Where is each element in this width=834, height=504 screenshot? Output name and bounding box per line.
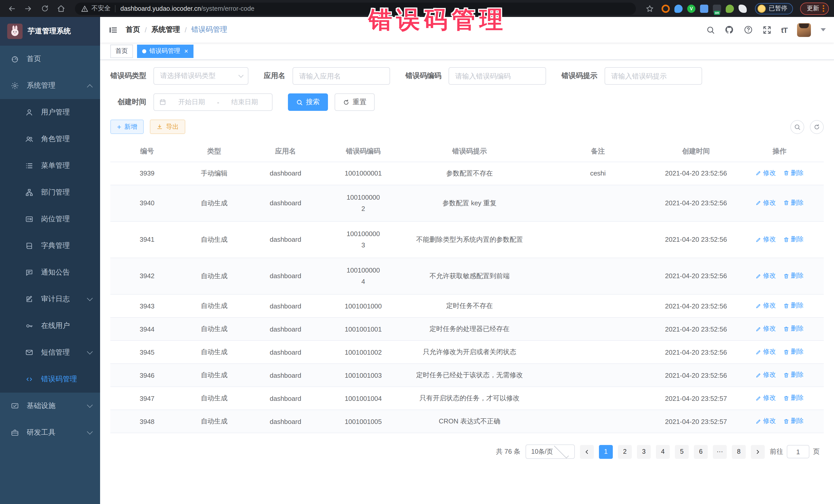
page-size-select[interactable]: 10条/页 [526, 444, 575, 459]
table-row[interactable]: 3947自动生成dashboard1001001004只有开启状态的任务，才可以… [110, 387, 824, 410]
table-row[interactable]: 3941自动生成dashboard1001000003不能删除类型为系统内置的参… [110, 221, 824, 258]
sidebar-item-menu[interactable]: 菜单管理 [0, 152, 100, 179]
delete-link[interactable]: 删除 [783, 394, 804, 403]
page-button-1[interactable]: 1 [599, 445, 613, 459]
fullscreen-icon[interactable] [763, 25, 771, 34]
browser-back-icon[interactable] [5, 2, 19, 15]
avatar[interactable] [797, 23, 811, 37]
reset-button[interactable]: 重置 [335, 93, 375, 111]
edit-link[interactable]: 修改 [755, 348, 776, 356]
sidebar-item-online[interactable]: 在线用户 [0, 312, 100, 339]
pagination-ellipsis[interactable]: ··· [713, 445, 727, 459]
create-time-range-picker[interactable]: 开始日期 - 结束日期 [153, 93, 272, 111]
error-code-input[interactable] [448, 67, 546, 85]
sidebar-item-dict[interactable]: 字典管理 [0, 233, 100, 259]
sidebar-item-system[interactable]: 系统管理 [0, 72, 100, 99]
sidebar-item-post[interactable]: 岗位管理 [0, 206, 100, 233]
sidebar-item-errorcode[interactable]: 错误码管理 [0, 366, 100, 393]
table-row[interactable]: 3943自动生成dashboard1001001000定时任务不存在2021-0… [110, 294, 824, 317]
avatar-caret-down-icon[interactable] [821, 28, 826, 31]
page-button-5[interactable]: 5 [675, 445, 689, 459]
url-path[interactable]: /system/error-code [201, 5, 254, 12]
page-button-3[interactable]: 3 [637, 445, 651, 459]
delete-link[interactable]: 删除 [783, 348, 804, 356]
bookmark-star-icon[interactable] [643, 2, 656, 15]
puzzle-extension-icon[interactable] [739, 4, 747, 13]
sidebar-item-user[interactable]: 用户管理 [0, 99, 100, 126]
url-host[interactable]: dashboard.yudao.iocoder.cn [120, 5, 201, 12]
sidebar-item-dept[interactable]: 部门管理 [0, 179, 100, 206]
add-button[interactable]: + 新增 [110, 119, 144, 134]
delete-link[interactable]: 删除 [783, 235, 804, 244]
sidebar-item-home[interactable]: 首页 [0, 46, 100, 72]
edit-link[interactable]: 修改 [755, 235, 776, 244]
not-secure-label[interactable]: 不安全 [91, 4, 111, 13]
next-page-button[interactable] [751, 445, 765, 459]
browser-forward-icon[interactable] [22, 2, 35, 15]
green-key-extension-icon[interactable] [726, 4, 734, 13]
error-hint-input[interactable] [605, 67, 702, 85]
hamburger-icon[interactable] [100, 17, 126, 43]
tag-item[interactable]: 首页 [110, 44, 133, 58]
delete-link[interactable]: 删除 [783, 325, 804, 333]
page-button-4[interactable]: 4 [656, 445, 670, 459]
table-row[interactable]: 3946自动生成dashboard1001001003定时任务已经处于该状态，无… [110, 364, 824, 387]
delete-link[interactable]: 删除 [783, 371, 804, 379]
blue-gem-extension-icon[interactable] [674, 4, 683, 13]
app-logo-row[interactable]: 芋道管理系统 [0, 17, 100, 46]
edit-link[interactable]: 修改 [755, 394, 776, 403]
breadcrumb-item[interactable]: 系统管理 [151, 25, 180, 35]
refresh-table-button[interactable] [810, 120, 824, 134]
sidebar-item-audit[interactable]: 审计日志 [0, 286, 100, 312]
delete-link[interactable]: 删除 [783, 199, 804, 207]
page-button-6[interactable]: 6 [694, 445, 708, 459]
search-button[interactable]: 搜索 [288, 93, 328, 111]
browser-update-button[interactable]: 更新 [800, 2, 829, 15]
sidebar-item-sms[interactable]: 短信管理 [0, 339, 100, 366]
table-row[interactable]: 3944自动生成dashboard1001001001定时任务的处理器已经存在2… [110, 317, 824, 341]
sidebar-item-role[interactable]: 角色管理 [0, 126, 100, 152]
table-row[interactable]: 3940自动生成dashboard1001000002参数配置 key 重复20… [110, 185, 824, 221]
app-name-input[interactable] [292, 67, 390, 85]
tag-close-icon[interactable]: × [184, 48, 188, 54]
edit-link[interactable]: 修改 [755, 271, 776, 280]
edit-link[interactable]: 修改 [755, 169, 776, 178]
table-row[interactable]: 3945自动生成dashboard1001001002只允许修改为开启或者关闭状… [110, 341, 824, 364]
delete-link[interactable]: 删除 [783, 271, 804, 280]
sidebar-item-devtools[interactable]: 研发工具 [0, 419, 100, 446]
page-button-8[interactable]: 8 [732, 445, 746, 459]
table-row[interactable]: 3942自动生成dashboard1001000004不允许获取敏感配置到前端2… [110, 258, 824, 294]
toggle-search-panel-button[interactable] [790, 120, 804, 134]
docs-help-icon[interactable] [744, 25, 753, 35]
sidebar-item-infra[interactable]: 基础设施 [0, 393, 100, 419]
profile-paused-pill[interactable]: 已暂停 [755, 3, 793, 14]
github-icon[interactable] [725, 25, 734, 35]
delete-link[interactable]: 删除 [783, 302, 804, 310]
delete-link[interactable]: 删除 [783, 417, 804, 426]
edit-link[interactable]: 修改 [755, 325, 776, 333]
edit-link[interactable]: 修改 [755, 302, 776, 310]
edit-link[interactable]: 修改 [755, 371, 776, 379]
switch-extension-icon[interactable]: on [713, 4, 721, 13]
font-size-icon[interactable]: tT [781, 25, 787, 34]
goto-page-input[interactable] [787, 445, 809, 458]
browser-reload-icon[interactable] [38, 2, 51, 15]
prev-page-button[interactable] [580, 445, 594, 459]
vue-devtools-extension-icon[interactable]: V [687, 4, 696, 13]
browser-menu-kebab-icon[interactable] [823, 5, 824, 12]
browser-home-icon[interactable] [54, 2, 68, 15]
export-button[interactable]: 导出 [150, 119, 185, 134]
edit-link[interactable]: 修改 [755, 199, 776, 207]
tag-active[interactable]: 错误码管理× [137, 44, 193, 58]
error-code-type-select[interactable]: 请选择错误码类型 [153, 67, 248, 85]
header-search-icon[interactable] [706, 25, 715, 34]
breadcrumb-item[interactable]: 首页 [126, 25, 140, 35]
table-row[interactable]: 3939手动编辑dashboard1001000001参数配置不存在ceshi2… [110, 162, 824, 185]
page-button-2[interactable]: 2 [618, 445, 632, 459]
delete-link[interactable]: 删除 [783, 169, 804, 178]
blue-grid-extension-icon[interactable] [700, 4, 708, 13]
address-bar[interactable]: 不安全 dashboard.yudao.iocoder.cn /system/e… [75, 2, 636, 15]
sidebar-item-notice[interactable]: 通知公告 [0, 259, 100, 286]
edit-link[interactable]: 修改 [755, 417, 776, 426]
orange-ring-extension-icon[interactable] [662, 4, 670, 13]
